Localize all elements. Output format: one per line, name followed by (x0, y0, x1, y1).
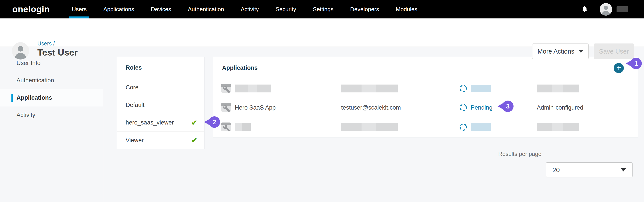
nav-tab-settings[interactable]: Settings (313, 0, 334, 18)
sidebar-item-applications[interactable]: Applications (0, 89, 103, 106)
app-login-redacted (341, 84, 398, 92)
page-title: Test User (37, 48, 78, 58)
roles-title: Roles (126, 64, 142, 71)
onelogin-logo[interactable]: onelogin (12, 4, 50, 14)
account-name-redacted[interactable] (616, 6, 628, 12)
app-placeholder-icon (221, 122, 232, 132)
nav-tab-security[interactable]: Security (276, 0, 296, 18)
app-name-redacted (235, 123, 250, 131)
application-row-redacted[interactable] (213, 79, 638, 98)
provisioning-spinner-icon (459, 123, 468, 131)
role-label: Default (126, 102, 144, 108)
top-nav-right (582, 3, 628, 16)
sidebar-item-label: Authentication (16, 77, 54, 84)
chevron-down-icon (579, 50, 583, 53)
nav-tab-developers[interactable]: Developers (350, 0, 379, 18)
app-name: Hero SaaS App (235, 104, 276, 111)
nav-tab-devices[interactable]: Devices (151, 0, 171, 18)
role-row-default[interactable]: Default (117, 96, 204, 114)
results-per-page-select[interactable]: 20 (546, 162, 632, 178)
notifications-bell-icon[interactable] (582, 6, 588, 12)
top-nav: onelogin Users Applications Devices Auth… (0, 0, 644, 18)
role-row-hero-saas-viewer[interactable]: hero_saas_viewer ✔ (117, 114, 204, 132)
annotation-step-3: 3 (502, 100, 514, 112)
active-indicator-bar (12, 94, 13, 102)
role-label: Core (126, 84, 138, 91)
sidebar-item-authentication[interactable]: Authentication (0, 72, 103, 89)
application-row-hero-saas-app[interactable]: Hero SaaS App testuser@scalekit.com Pend… (213, 98, 638, 117)
sidebar-item-activity[interactable]: Activity (0, 106, 103, 124)
app-status-redacted (471, 85, 491, 92)
nav-tab-users[interactable]: Users (72, 0, 87, 18)
role-label: Viewer (126, 137, 144, 144)
app-config: Admin-configured (537, 104, 584, 111)
app-login-redacted (341, 123, 398, 131)
sidebar-item-label: Activity (16, 112, 35, 118)
nav-tab-activity[interactable]: Activity (241, 0, 259, 18)
app-config-redacted (537, 123, 579, 131)
roles-panel: Roles Core Default hero_saas_viewer ✔ Vi… (117, 57, 204, 149)
content-area: User Info Authentication Applications Ac… (0, 47, 644, 202)
check-icon: ✔ (191, 137, 197, 144)
role-row-viewer[interactable]: Viewer ✔ (117, 132, 204, 149)
provisioning-spinner-icon (459, 84, 468, 93)
user-sidebar: User Info Authentication Applications Ac… (0, 47, 103, 202)
app-status-pending: Pending (471, 104, 492, 111)
page-size-value: 20 (552, 166, 560, 174)
nav-tab-applications[interactable]: Applications (104, 0, 134, 18)
account-avatar[interactable] (600, 3, 612, 16)
chevron-down-icon (621, 168, 626, 172)
role-row-core[interactable]: Core (117, 79, 204, 96)
more-actions-label: More Actions (538, 48, 574, 55)
applications-panel: Applications + (213, 57, 638, 138)
app-name-redacted (235, 84, 271, 92)
more-actions-button[interactable]: More Actions (532, 44, 589, 59)
app-config-redacted (537, 84, 579, 92)
breadcrumb-users-link[interactable]: Users / (37, 40, 55, 47)
onelogin-admin-page: onelogin Users Applications Devices Auth… (0, 0, 644, 202)
annotation-step-2: 2 (209, 116, 220, 128)
app-login: testuser@scalekit.com (341, 104, 401, 111)
app-placeholder-icon (221, 102, 232, 113)
application-row-redacted[interactable] (213, 117, 638, 137)
results-per-page-label: Results per page (476, 150, 542, 158)
annotation-step-1: 1 (630, 58, 642, 69)
app-placeholder-icon (221, 84, 232, 94)
nav-tab-modules[interactable]: Modules (396, 0, 417, 18)
provisioning-spinner-icon (459, 104, 468, 112)
user-avatar (12, 42, 29, 60)
add-application-button[interactable]: + (614, 63, 624, 73)
sidebar-item-label: User Info (16, 60, 41, 66)
save-user-button-disabled[interactable]: Save User (594, 44, 634, 59)
user-page-header: Users / Test User More Actions Save User (0, 18, 644, 47)
applications-title: Applications (222, 64, 258, 71)
check-icon: ✔ (191, 119, 197, 126)
nav-tab-authentication[interactable]: Authentication (188, 0, 224, 18)
role-label: hero_saas_viewer (126, 119, 174, 126)
top-nav-items: Users Applications Devices Authenticatio… (72, 0, 434, 18)
app-status-redacted (471, 124, 491, 131)
applications-panel-header: Applications + (213, 57, 638, 79)
sidebar-item-label: Applications (16, 94, 52, 101)
roles-panel-header: Roles (117, 57, 204, 79)
